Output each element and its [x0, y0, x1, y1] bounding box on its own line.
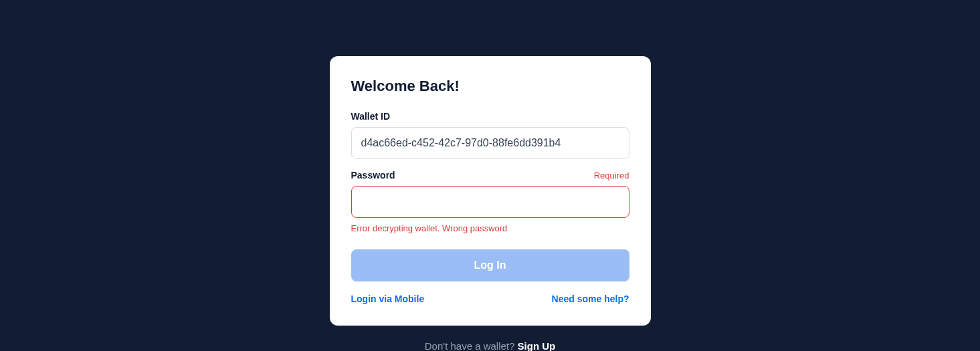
password-label-row: Password Required [351, 170, 629, 181]
signup-prompt: Don't have a wallet? [425, 340, 518, 351]
footer-links: Login via Mobile Need some help? [351, 294, 629, 304]
card-title: Welcome Back! [351, 78, 629, 95]
login-card: Welcome Back! Wallet ID Password Require… [330, 56, 651, 326]
wallet-id-label-row: Wallet ID [351, 111, 629, 122]
password-label: Password [351, 170, 395, 181]
required-indicator: Required [594, 170, 629, 181]
need-help-link[interactable]: Need some help? [552, 294, 629, 304]
login-via-mobile-link[interactable]: Login via Mobile [351, 294, 425, 304]
signup-link[interactable]: Sign Up [518, 340, 556, 351]
login-button[interactable]: Log In [351, 249, 629, 281]
wallet-id-label: Wallet ID [351, 111, 391, 122]
wallet-id-group: Wallet ID [351, 111, 629, 159]
wallet-id-input[interactable] [351, 127, 629, 159]
password-input[interactable] [351, 186, 629, 218]
signup-row: Don't have a wallet? Sign Up [425, 340, 555, 351]
password-group: Password Required Error decrypting walle… [351, 170, 629, 233]
password-error-message: Error decrypting wallet. Wrong password [351, 223, 629, 233]
